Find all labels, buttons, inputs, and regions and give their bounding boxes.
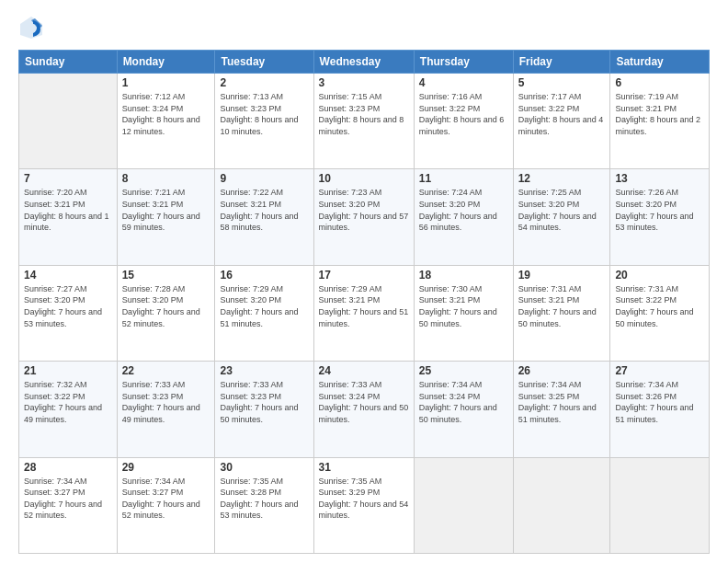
day-cell: 5Sunrise: 7:17 AMSunset: 3:22 PMDaylight…	[513, 74, 610, 169]
day-number: 14	[24, 269, 112, 282]
week-row-3: 21Sunrise: 7:32 AMSunset: 3:22 PMDayligh…	[19, 362, 710, 457]
day-info: Sunrise: 7:25 AMSunset: 3:20 PMDaylight:…	[518, 187, 606, 233]
day-cell: 3Sunrise: 7:15 AMSunset: 3:23 PMDaylight…	[313, 74, 414, 169]
day-number: 30	[220, 461, 308, 474]
day-cell: 15Sunrise: 7:28 AMSunset: 3:20 PMDayligh…	[117, 265, 215, 361]
day-number: 3	[319, 76, 409, 89]
day-cell: 23Sunrise: 7:33 AMSunset: 3:23 PMDayligh…	[215, 362, 313, 457]
day-info: Sunrise: 7:13 AMSunset: 3:23 PMDaylight:…	[220, 91, 308, 137]
day-info: Sunrise: 7:35 AMSunset: 3:28 PMDaylight:…	[220, 476, 308, 522]
day-number: 16	[220, 269, 308, 282]
day-number: 29	[122, 461, 210, 474]
calendar-table: SundayMondayTuesdayWednesdayThursdayFrid…	[18, 50, 710, 554]
day-number: 2	[220, 76, 308, 89]
day-number: 10	[319, 172, 409, 185]
logo	[18, 15, 48, 40]
day-number: 25	[419, 364, 508, 377]
weekday-header-wednesday: Wednesday	[313, 51, 414, 74]
day-info: Sunrise: 7:27 AMSunset: 3:20 PMDaylight:…	[24, 283, 112, 329]
day-cell: 22Sunrise: 7:33 AMSunset: 3:23 PMDayligh…	[117, 362, 215, 457]
day-cell: 28Sunrise: 7:34 AMSunset: 3:27 PMDayligh…	[19, 457, 118, 553]
day-number: 23	[220, 364, 308, 377]
day-number: 13	[615, 172, 704, 185]
day-number: 24	[319, 364, 409, 377]
day-cell: 2Sunrise: 7:13 AMSunset: 3:23 PMDaylight…	[215, 74, 313, 169]
day-info: Sunrise: 7:26 AMSunset: 3:20 PMDaylight:…	[615, 187, 704, 233]
day-number: 6	[615, 76, 704, 89]
day-cell: 9Sunrise: 7:22 AMSunset: 3:21 PMDaylight…	[215, 169, 313, 265]
day-cell: 10Sunrise: 7:23 AMSunset: 3:20 PMDayligh…	[313, 169, 414, 265]
day-info: Sunrise: 7:29 AMSunset: 3:21 PMDaylight:…	[319, 283, 409, 329]
day-info: Sunrise: 7:19 AMSunset: 3:21 PMDaylight:…	[615, 91, 704, 137]
day-number: 11	[419, 172, 508, 185]
day-cell: 13Sunrise: 7:26 AMSunset: 3:20 PMDayligh…	[610, 169, 710, 265]
day-cell: 24Sunrise: 7:33 AMSunset: 3:24 PMDayligh…	[313, 362, 414, 457]
day-number: 15	[122, 269, 210, 282]
day-number: 19	[518, 269, 606, 282]
day-cell: 18Sunrise: 7:30 AMSunset: 3:21 PMDayligh…	[414, 265, 513, 361]
day-info: Sunrise: 7:34 AMSunset: 3:27 PMDaylight:…	[122, 476, 210, 522]
week-row-2: 14Sunrise: 7:27 AMSunset: 3:20 PMDayligh…	[19, 265, 710, 361]
day-number: 9	[220, 172, 308, 185]
day-cell: 29Sunrise: 7:34 AMSunset: 3:27 PMDayligh…	[117, 457, 215, 553]
day-number: 27	[615, 364, 704, 377]
day-info: Sunrise: 7:20 AMSunset: 3:21 PMDaylight:…	[24, 187, 112, 233]
day-info: Sunrise: 7:29 AMSunset: 3:20 PMDaylight:…	[220, 283, 308, 329]
day-cell: 21Sunrise: 7:32 AMSunset: 3:22 PMDayligh…	[19, 362, 118, 457]
day-info: Sunrise: 7:35 AMSunset: 3:29 PMDaylight:…	[319, 476, 409, 522]
day-number: 21	[24, 364, 112, 377]
calendar-body: 1Sunrise: 7:12 AMSunset: 3:24 PMDaylight…	[19, 74, 710, 554]
day-info: Sunrise: 7:31 AMSunset: 3:21 PMDaylight:…	[518, 283, 606, 329]
day-info: Sunrise: 7:33 AMSunset: 3:23 PMDaylight:…	[122, 379, 210, 425]
day-number: 1	[122, 76, 210, 89]
day-cell	[414, 457, 513, 553]
day-number: 22	[122, 364, 210, 377]
day-info: Sunrise: 7:24 AMSunset: 3:20 PMDaylight:…	[419, 187, 508, 233]
day-cell: 17Sunrise: 7:29 AMSunset: 3:21 PMDayligh…	[313, 265, 414, 361]
weekday-header-sunday: Sunday	[19, 51, 118, 74]
logo-icon	[18, 15, 44, 40]
day-info: Sunrise: 7:33 AMSunset: 3:24 PMDaylight:…	[319, 379, 409, 425]
day-number: 20	[615, 269, 704, 282]
day-info: Sunrise: 7:31 AMSunset: 3:22 PMDaylight:…	[615, 283, 704, 329]
day-cell: 16Sunrise: 7:29 AMSunset: 3:20 PMDayligh…	[215, 265, 313, 361]
day-info: Sunrise: 7:21 AMSunset: 3:21 PMDaylight:…	[122, 187, 210, 233]
day-info: Sunrise: 7:34 AMSunset: 3:26 PMDaylight:…	[615, 379, 704, 425]
day-cell: 26Sunrise: 7:34 AMSunset: 3:25 PMDayligh…	[513, 362, 610, 457]
week-row-1: 7Sunrise: 7:20 AMSunset: 3:21 PMDaylight…	[19, 169, 710, 265]
week-row-0: 1Sunrise: 7:12 AMSunset: 3:24 PMDaylight…	[19, 74, 710, 169]
day-info: Sunrise: 7:32 AMSunset: 3:22 PMDaylight:…	[24, 379, 112, 425]
day-info: Sunrise: 7:34 AMSunset: 3:27 PMDaylight:…	[24, 476, 112, 522]
day-info: Sunrise: 7:30 AMSunset: 3:21 PMDaylight:…	[419, 283, 508, 329]
day-info: Sunrise: 7:16 AMSunset: 3:22 PMDaylight:…	[419, 91, 508, 137]
day-number: 31	[319, 461, 409, 474]
day-cell	[19, 74, 118, 169]
day-cell: 11Sunrise: 7:24 AMSunset: 3:20 PMDayligh…	[414, 169, 513, 265]
page: SundayMondayTuesdayWednesdayThursdayFrid…	[0, 0, 728, 563]
day-info: Sunrise: 7:33 AMSunset: 3:23 PMDaylight:…	[220, 379, 308, 425]
day-info: Sunrise: 7:34 AMSunset: 3:24 PMDaylight:…	[419, 379, 508, 425]
day-info: Sunrise: 7:17 AMSunset: 3:22 PMDaylight:…	[518, 91, 606, 137]
day-number: 4	[419, 76, 508, 89]
weekday-header-friday: Friday	[513, 51, 610, 74]
day-cell: 25Sunrise: 7:34 AMSunset: 3:24 PMDayligh…	[414, 362, 513, 457]
day-info: Sunrise: 7:28 AMSunset: 3:20 PMDaylight:…	[122, 283, 210, 329]
day-info: Sunrise: 7:34 AMSunset: 3:25 PMDaylight:…	[518, 379, 606, 425]
day-cell: 8Sunrise: 7:21 AMSunset: 3:21 PMDaylight…	[117, 169, 215, 265]
day-number: 12	[518, 172, 606, 185]
weekday-header-thursday: Thursday	[414, 51, 513, 74]
day-number: 18	[419, 269, 508, 282]
day-number: 5	[518, 76, 606, 89]
header	[18, 15, 710, 40]
day-info: Sunrise: 7:23 AMSunset: 3:20 PMDaylight:…	[319, 187, 409, 233]
day-cell: 12Sunrise: 7:25 AMSunset: 3:20 PMDayligh…	[513, 169, 610, 265]
day-cell: 30Sunrise: 7:35 AMSunset: 3:28 PMDayligh…	[215, 457, 313, 553]
day-cell: 20Sunrise: 7:31 AMSunset: 3:22 PMDayligh…	[610, 265, 710, 361]
weekday-row: SundayMondayTuesdayWednesdayThursdayFrid…	[19, 51, 710, 74]
day-info: Sunrise: 7:12 AMSunset: 3:24 PMDaylight:…	[122, 91, 210, 137]
calendar-header: SundayMondayTuesdayWednesdayThursdayFrid…	[19, 51, 710, 74]
day-cell: 14Sunrise: 7:27 AMSunset: 3:20 PMDayligh…	[19, 265, 118, 361]
day-number: 17	[319, 269, 409, 282]
day-cell: 31Sunrise: 7:35 AMSunset: 3:29 PMDayligh…	[313, 457, 414, 553]
day-number: 28	[24, 461, 112, 474]
